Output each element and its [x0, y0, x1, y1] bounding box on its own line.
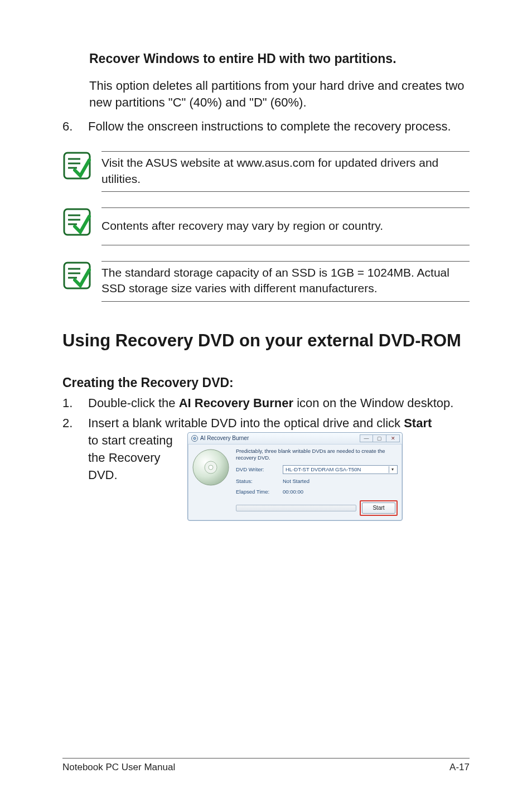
note-text-website: Visit the ASUS website at www.asus.com f…	[101, 151, 470, 192]
note-block-website: Visit the ASUS website at www.asus.com f…	[62, 151, 470, 192]
svg-point-4	[194, 437, 196, 439]
value-status: Not Started	[283, 477, 309, 485]
footer-left: Notebook PC User Manual	[62, 762, 175, 773]
step-2-bold: Start	[404, 416, 432, 430]
note-icon	[62, 151, 91, 180]
step-1-bold: AI Recovery Burner	[179, 396, 293, 410]
label-status: Status:	[236, 477, 279, 485]
ai-message: Predictably, three blank writable DVDs a…	[236, 448, 398, 461]
recover-description: This option deletes all partitions from …	[89, 78, 470, 110]
heading-creating-dvd: Creating the Recovery DVD:	[62, 375, 470, 390]
heading-recovery-dvd: Using Recovery DVD on your external DVD-…	[62, 331, 470, 351]
step-1-number: 1.	[62, 395, 74, 412]
page-footer: Notebook PC User Manual A-17	[62, 758, 470, 773]
note-icon	[62, 261, 91, 290]
step-6-text: Follow the onscreen instructions to comp…	[88, 118, 470, 136]
value-elapsed-time: 00:00:00	[283, 488, 303, 495]
close-button[interactable]: ✕	[386, 434, 400, 442]
step-2-pre: Insert a blank writable DVD into the opt…	[88, 416, 404, 430]
note-block-ssd: The standard storage capacity of an SSD …	[62, 261, 470, 302]
progress-bar	[236, 505, 356, 511]
step-6-number: 6.	[62, 118, 74, 136]
step-6: 6. Follow the onscreen instructions to c…	[62, 118, 470, 136]
step-1-text: Double-click the AI Recovery Burner icon…	[88, 395, 470, 412]
minimize-button[interactable]: —	[360, 434, 373, 442]
step-1-post: icon on the Window desktop.	[293, 396, 453, 410]
ai-recovery-window: AI Recovery Burner — ▢ ✕	[187, 432, 403, 520]
footer-right: A-17	[449, 762, 470, 773]
note-text-region: Contents after recovery may vary by regi…	[101, 207, 470, 245]
window-buttons: — ▢ ✕	[360, 434, 400, 442]
dvd-writer-dropdown[interactable]: HL-DT-ST DVDRAM GSA-T50N ▾	[283, 465, 398, 474]
note-block-region: Contents after recovery may vary by regi…	[62, 207, 470, 245]
step-2-number: 2.	[62, 415, 74, 520]
maximize-button[interactable]: ▢	[373, 434, 386, 442]
step-2: 2. Insert a blank writable DVD into the …	[62, 415, 470, 520]
disc-icon	[191, 448, 230, 487]
svg-point-7	[209, 465, 213, 470]
window-title: AI Recovery Burner	[200, 434, 249, 442]
app-icon	[191, 435, 198, 442]
start-button[interactable]: Start	[362, 503, 395, 514]
chevron-down-icon: ▾	[389, 466, 396, 473]
note-icon	[62, 207, 91, 236]
dvd-writer-value: HL-DT-ST DVDRAM GSA-T50N	[286, 466, 361, 473]
note-text-ssd: The standard storage capacity of an SSD …	[101, 261, 470, 302]
step-1: 1. Double-click the AI Recovery Burner i…	[62, 395, 470, 412]
start-highlight: Start	[360, 500, 398, 516]
step-2-line1: Insert a blank writable DVD into the opt…	[88, 415, 470, 432]
step-1-pre: Double-click the	[88, 396, 179, 410]
label-dvd-writer: DVD Writer:	[236, 466, 279, 473]
recover-title: Recover Windows to entire HD with two pa…	[89, 50, 470, 67]
step-2-line2: to start creating the Recovery DVD.	[88, 432, 182, 484]
label-elapsed-time: Elapsed Time:	[236, 488, 279, 495]
window-titlebar: AI Recovery Burner — ▢ ✕	[188, 433, 402, 445]
